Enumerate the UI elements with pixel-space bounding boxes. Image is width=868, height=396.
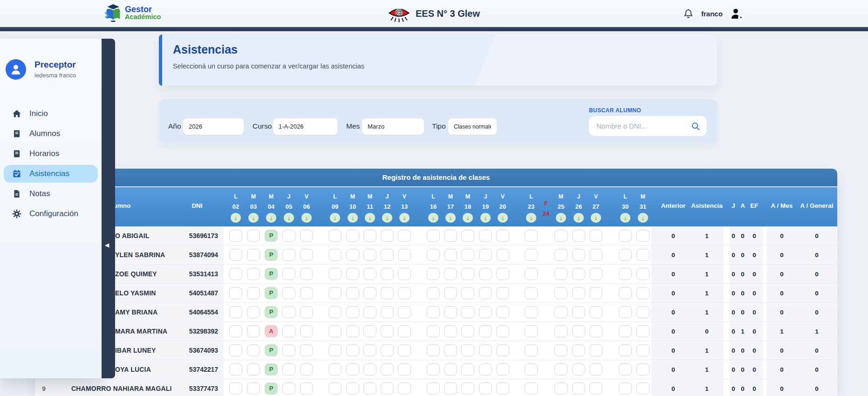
attendance-checkbox-11[interactable]	[363, 268, 376, 280]
download-day-icon[interactable]: ↓	[365, 213, 375, 223]
attendance-checkbox-13[interactable]	[398, 325, 411, 337]
attendance-checkbox-27[interactable]	[589, 306, 602, 318]
download-day-icon[interactable]: ↓	[382, 213, 392, 223]
attendance-checkbox-17[interactable]	[444, 230, 457, 242]
attendance-checkbox-11[interactable]	[363, 249, 376, 261]
download-day-icon[interactable]: ↓	[330, 213, 340, 223]
attendance-checkbox-10[interactable]	[346, 268, 359, 280]
attendance-checkbox-13[interactable]	[398, 306, 411, 318]
attendance-checkbox-10[interactable]	[346, 287, 359, 299]
attendance-checkbox-18[interactable]	[461, 268, 474, 280]
attendance-checkbox-19[interactable]	[479, 344, 492, 356]
attendance-checkbox-30[interactable]	[619, 363, 632, 376]
attendance-checkbox-11[interactable]	[363, 287, 376, 299]
download-day-icon[interactable]: ↓	[428, 213, 438, 223]
attendance-checkbox-23[interactable]	[525, 249, 538, 261]
attendance-checkbox-06[interactable]	[300, 344, 313, 356]
attendance-checkbox-19[interactable]	[479, 306, 492, 318]
attendance-mark-04[interactable]: P	[265, 382, 278, 395]
download-day-icon[interactable]: ↓	[266, 213, 276, 223]
attendance-checkbox-13[interactable]	[398, 363, 411, 376]
download-day-icon[interactable]: ↓	[556, 213, 566, 223]
attendance-checkbox-09[interactable]	[328, 382, 342, 395]
attendance-checkbox-20[interactable]	[496, 344, 509, 356]
attendance-checkbox-10[interactable]	[346, 249, 359, 261]
attendance-checkbox-02[interactable]	[229, 230, 242, 242]
attendance-checkbox-27[interactable]	[589, 344, 602, 356]
download-day-icon[interactable]: ↓	[620, 213, 630, 223]
course-input[interactable]	[273, 118, 338, 135]
attendance-checkbox-31[interactable]	[636, 382, 649, 395]
attendance-checkbox-27[interactable]	[589, 382, 602, 395]
attendance-checkbox-05[interactable]	[282, 306, 295, 318]
attendance-checkbox-05[interactable]	[282, 230, 295, 242]
attendance-checkbox-10[interactable]	[346, 382, 359, 395]
month-input[interactable]	[362, 118, 424, 135]
attendance-checkbox-05[interactable]	[282, 344, 295, 356]
attendance-checkbox-30[interactable]	[619, 268, 632, 280]
attendance-checkbox-19[interactable]	[479, 287, 492, 299]
attendance-checkbox-17[interactable]	[444, 382, 457, 395]
attendance-checkbox-20[interactable]	[496, 306, 509, 318]
attendance-checkbox-31[interactable]	[636, 287, 649, 299]
attendance-checkbox-23[interactable]	[525, 306, 538, 318]
attendance-checkbox-12[interactable]	[381, 325, 394, 337]
download-day-icon[interactable]: ↓	[463, 213, 473, 223]
attendance-checkbox-19[interactable]	[479, 363, 492, 376]
attendance-checkbox-11[interactable]	[363, 230, 376, 242]
attendance-checkbox-13[interactable]	[398, 287, 411, 299]
attendance-checkbox-17[interactable]	[444, 268, 457, 280]
download-day-icon[interactable]: ↓	[526, 213, 536, 223]
user-avatar-icon[interactable]: ▾	[730, 8, 741, 19]
attendance-checkbox-03[interactable]	[247, 230, 260, 242]
attendance-checkbox-10[interactable]	[346, 325, 359, 337]
attendance-checkbox-03[interactable]	[247, 306, 260, 318]
attendance-checkbox-26[interactable]	[572, 344, 585, 356]
attendance-checkbox-10[interactable]	[346, 306, 359, 318]
attendance-checkbox-12[interactable]	[381, 230, 394, 242]
attendance-checkbox-17[interactable]	[444, 249, 457, 261]
attendance-checkbox-12[interactable]	[381, 344, 394, 356]
attendance-mark-04[interactable]: P	[265, 287, 278, 299]
attendance-checkbox-16[interactable]	[427, 230, 440, 242]
attendance-checkbox-16[interactable]	[427, 344, 440, 356]
attendance-checkbox-30[interactable]	[619, 249, 632, 261]
attendance-checkbox-26[interactable]	[572, 325, 585, 337]
app-logo[interactable]: Gestor Académico	[105, 3, 161, 23]
attendance-checkbox-12[interactable]	[381, 287, 394, 299]
attendance-checkbox-30[interactable]	[619, 287, 632, 299]
attendance-mark-04[interactable]: A	[265, 325, 278, 337]
attendance-checkbox-16[interactable]	[427, 287, 440, 299]
download-day-icon[interactable]: ↓	[638, 213, 648, 223]
attendance-checkbox-02[interactable]	[229, 268, 242, 280]
attendance-checkbox-25[interactable]	[554, 268, 567, 280]
attendance-checkbox-20[interactable]	[496, 363, 509, 376]
attendance-checkbox-18[interactable]	[461, 306, 474, 318]
attendance-checkbox-31[interactable]	[636, 363, 649, 376]
attendance-checkbox-26[interactable]	[572, 382, 585, 395]
attendance-checkbox-12[interactable]	[381, 382, 394, 395]
attendance-checkbox-06[interactable]	[300, 382, 313, 395]
attendance-mark-04[interactable]: P	[265, 344, 278, 356]
attendance-checkbox-25[interactable]	[554, 230, 567, 242]
attendance-checkbox-12[interactable]	[381, 306, 394, 318]
attendance-checkbox-06[interactable]	[300, 325, 313, 337]
attendance-checkbox-25[interactable]	[554, 287, 567, 299]
attendance-checkbox-13[interactable]	[398, 249, 411, 261]
type-input[interactable]	[448, 118, 497, 135]
attendance-checkbox-23[interactable]	[525, 325, 538, 337]
attendance-checkbox-23[interactable]	[525, 382, 538, 395]
attendance-checkbox-06[interactable]	[300, 287, 313, 299]
attendance-checkbox-23[interactable]	[525, 230, 538, 242]
attendance-mark-04[interactable]: P	[265, 249, 278, 261]
attendance-checkbox-30[interactable]	[619, 306, 632, 318]
attendance-checkbox-19[interactable]	[479, 249, 492, 261]
attendance-checkbox-20[interactable]	[496, 268, 509, 280]
attendance-mark-04[interactable]: P	[265, 268, 278, 280]
attendance-checkbox-27[interactable]	[589, 249, 602, 261]
attendance-checkbox-18[interactable]	[461, 249, 474, 261]
attendance-checkbox-11[interactable]	[363, 344, 376, 356]
download-day-icon[interactable]: ↓	[574, 213, 584, 223]
attendance-checkbox-11[interactable]	[363, 306, 376, 318]
search-icon[interactable]	[691, 122, 700, 131]
